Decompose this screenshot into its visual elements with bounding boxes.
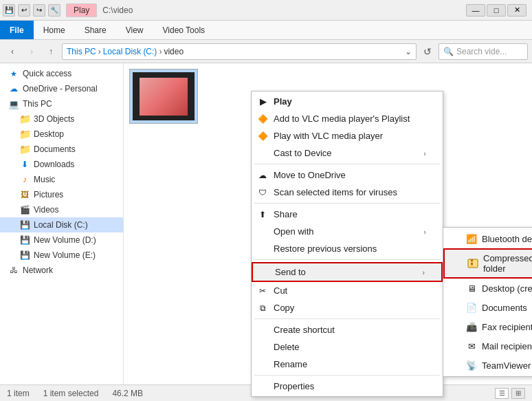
sm-label-zipped: Compressed (zipped) folder [483, 253, 532, 274]
view-list-button[interactable]: ☰ [495, 388, 509, 399]
cm-item-onedrive[interactable]: ☁ Move to OneDrive [252, 166, 443, 184]
network-icon: 🖧 [8, 265, 19, 276]
sidebar-label-network: Network [23, 265, 53, 275]
up-button[interactable]: ↑ [43, 43, 59, 60]
redo-button[interactable]: ↪ [33, 4, 45, 17]
openwith-arrow: › [423, 228, 426, 236]
cm-item-vlc-play[interactable]: 🔶 Play with VLC media player [252, 127, 443, 144]
sidebar-item-newvolume-d[interactable]: 💾 New Volume (D:) [0, 232, 123, 248]
sm-item-teamviewer[interactable]: 📡 TeamViewer [443, 356, 532, 375]
film-strip [133, 72, 195, 120]
minimize-button[interactable]: — [466, 4, 485, 17]
cm-item-share[interactable]: ⬆ Share [252, 206, 443, 223]
sidebar-item-thispc[interactable]: 💻 This PC [0, 96, 123, 111]
sidebar-item-pictures[interactable]: 🖼 Pictures [0, 187, 123, 202]
forward-button[interactable]: › [23, 43, 40, 60]
cm-item-rename[interactable]: Rename [252, 356, 443, 373]
cast-arrow: › [423, 149, 426, 158]
close-button[interactable]: ✕ [507, 4, 527, 17]
sm-item-zipped[interactable]: Compressed (zipped) folder [443, 248, 532, 279]
copy-icon: ⧉ [257, 303, 268, 314]
ribbon-tab-videotools[interactable]: Video Tools [153, 21, 215, 39]
cm-item-vlc-playlist[interactable]: 🔶 Add to VLC media player's Playlist [252, 110, 443, 127]
cm-item-cast[interactable]: Cast to Device › [252, 144, 443, 162]
back-button[interactable]: ‹ [4, 43, 21, 60]
ribbon-tab-share[interactable]: Share [75, 21, 116, 39]
undo-button[interactable]: ↩ [18, 4, 30, 17]
cm-label-sendto: Send to [275, 267, 306, 277]
cm-item-openwith[interactable]: Open with › [252, 223, 443, 240]
cm-item-play[interactable]: ▶ Play [252, 93, 443, 110]
drive-icon: 💾 [19, 219, 30, 230]
sidebar-item-network[interactable]: 🖧 Network [0, 263, 123, 278]
sidebar-label-newvolume-d: New Volume (D:) [34, 235, 96, 245]
sm-item-desktop[interactable]: 🖥 Desktop (create shortcut) [443, 279, 532, 298]
cm-label-openwith: Open with [274, 226, 314, 237]
quick-access-toolbar[interactable]: 💾 [3, 4, 15, 17]
sm-item-fax[interactable]: 📠 Fax recipient [443, 317, 532, 336]
cm-label-createshortcut: Create shortcut [274, 325, 335, 335]
address-dropdown-icon[interactable]: ⌄ [405, 47, 412, 56]
music-icon: ♪ [19, 174, 30, 185]
sidebar-item-desktop[interactable]: 📁 Desktop [0, 127, 123, 142]
properties-toolbar-button[interactable]: 🔧 [48, 4, 60, 17]
ribbon-tab-file[interactable]: File [0, 21, 34, 39]
view-grid-button[interactable]: ⊞ [511, 388, 525, 399]
breadcrumb-localdisk[interactable]: Local Disk (C:) [103, 47, 157, 56]
sidebar-label-music: Music [34, 175, 55, 184]
cm-item-sendto[interactable]: Send to › [252, 262, 443, 282]
shortcut-icon [257, 325, 268, 336]
cut-icon: ✂ [257, 285, 268, 296]
sidebar-label-quickaccess: Quick access [23, 69, 71, 78]
cm-item-copy[interactable]: ⧉ Copy [252, 299, 443, 316]
play-tab[interactable]: Play [66, 3, 97, 17]
maximize-button[interactable]: □ [487, 4, 506, 17]
sidebar-item-videos[interactable]: 🎬 Videos [0, 202, 123, 217]
sidebar-label-documents: Documents [34, 144, 76, 154]
sidebar-item-music[interactable]: ♪ Music [0, 172, 123, 187]
cm-label-vlc-playlist: Add to VLC media player's Playlist [274, 113, 410, 124]
sidebar-item-localdisk-c[interactable]: 💾 Local Disk (C:) [0, 217, 123, 232]
search-box[interactable]: 🔍 Search vide... [439, 43, 528, 60]
cm-item-createshortcut[interactable]: Create shortcut [252, 321, 443, 338]
svg-rect-1 [471, 259, 473, 261]
sm-label-documents: Documents [482, 303, 527, 313]
sm-item-mail[interactable]: ✉ Mail recipient [443, 336, 532, 356]
cm-item-scan[interactable]: 🛡 Scan selected items for viruses [252, 184, 443, 201]
title-path: C:\video [102, 6, 133, 15]
file-thumbnail[interactable] [129, 69, 198, 124]
sidebar-item-newvolume-e[interactable]: 💾 New Volume (E:) [0, 248, 123, 263]
breadcrumb-thispc[interactable]: This PC [67, 47, 96, 56]
docs-icon: 📄 [465, 301, 478, 314]
sidebar-item-quickaccess[interactable]: ★ Quick access [0, 66, 123, 81]
breadcrumb-video[interactable]: video [164, 47, 184, 56]
cm-item-restore[interactable]: Restore previous versions [252, 240, 443, 257]
fax-icon: 📠 [465, 321, 478, 333]
play-icon: ▶ [257, 96, 268, 107]
cm-label-cast: Cast to Device [274, 148, 332, 158]
share-icon: ⬆ [257, 209, 268, 220]
content-area: ▶ Play 🔶 Add to VLC media player's Playl… [124, 63, 532, 384]
status-selected: 1 item selected [43, 389, 99, 398]
cm-item-cut[interactable]: ✂ Cut [252, 282, 443, 299]
separator3 [254, 259, 440, 260]
sm-item-documents[interactable]: 📄 Documents [443, 298, 532, 317]
ribbon-tab-home[interactable]: Home [34, 21, 75, 39]
sm-item-bluetooth[interactable]: 📶 Bluetooth device [443, 229, 532, 248]
address-path[interactable]: This PC › Local Disk (C:) › video ⌄ [62, 43, 417, 60]
ribbon-tab-view[interactable]: View [116, 21, 153, 39]
separator4 [254, 318, 440, 319]
zip-icon [467, 257, 479, 270]
cm-label-vlc-play: Play with VLC media player [274, 131, 383, 141]
cm-item-delete[interactable]: Delete [252, 338, 443, 356]
title-bar: 💾 ↩ ↪ 🔧 Play C:\video — □ ✕ [0, 0, 532, 21]
drive-icon: 💾 [19, 250, 30, 261]
cm-label-copy: Copy [274, 303, 294, 313]
sendto-submenu: 📶 Bluetooth device Compressed (zipped) f… [443, 227, 532, 377]
sidebar-item-3dobjects[interactable]: 📁 3D Objects [0, 111, 123, 127]
sidebar-item-documents[interactable]: 📁 Documents [0, 142, 123, 157]
sidebar-item-downloads[interactable]: ⬇ Downloads [0, 157, 123, 172]
cm-item-properties[interactable]: Properties [252, 378, 443, 395]
refresh-button[interactable]: ↺ [419, 43, 436, 60]
sidebar-item-onedrive[interactable]: ☁ OneDrive - Personal [0, 81, 123, 96]
